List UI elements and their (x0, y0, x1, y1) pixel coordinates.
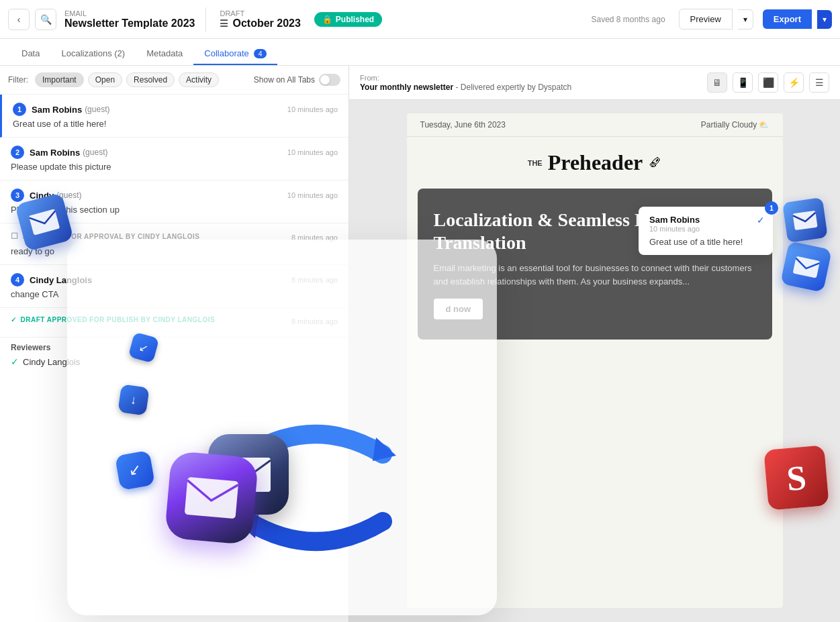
comment-role: (guest) (85, 105, 109, 114)
tab-metadata[interactable]: Metadata (136, 43, 193, 65)
comment-item[interactable]: 4 Cindy Langlois 8 minutes ago change CT… (0, 265, 348, 308)
left-panel: Filter: Important Open Resolved Activity… (0, 66, 349, 622)
toggle-knob (320, 75, 330, 85)
menu-button[interactable]: ☰ (809, 72, 829, 93)
email-frame: Tuesday, June 6th 2023 Partially Cloudy … (407, 113, 783, 608)
comment-text: Please update this picture (11, 162, 338, 172)
search-button[interactable]: 🔍 (35, 9, 56, 30)
comment-item[interactable]: 3 Cindy (guest) 10 minutes ago Please mo… (0, 180, 348, 223)
comment-number: 4 (11, 273, 24, 287)
mobile-view-button[interactable]: 📱 (733, 72, 753, 93)
submission-text: ready to go (11, 246, 338, 256)
view-mode-button[interactable]: ⬛ (758, 72, 778, 93)
comment-number: 3 (11, 189, 24, 202)
filter-label: Filter: (8, 75, 28, 85)
comment-author: Cindy (30, 191, 54, 201)
hero-body: Email marketing is an essential tool for… (434, 262, 756, 288)
tooltip-author: Sam Robins (649, 215, 762, 225)
from-sub: - Delivered expertly by Dyspatch (455, 83, 571, 92)
show-on-all-tabs-toggle[interactable] (319, 74, 340, 86)
comment-author: Sam Robins (32, 105, 82, 115)
tooltip-time: 10 minutes ago (649, 225, 762, 233)
desktop-view-button[interactable]: 🖥 (707, 72, 727, 93)
hero-cta-button[interactable]: d now (434, 299, 483, 319)
reviewer-name: Cindy Langlois (23, 357, 80, 367)
preview-toolbar: From: Your monthly newsletter - Delivere… (349, 66, 840, 100)
comment-time: 10 minutes ago (287, 191, 338, 199)
comment-role: (guest) (56, 191, 81, 200)
saved-text: Saved 8 months ago (592, 15, 665, 24)
comment-header: 3 Cindy (guest) 10 minutes ago (11, 189, 338, 202)
tab-data[interactable]: Data (11, 43, 50, 65)
comment-text: Please move this section up (11, 205, 338, 215)
draft-title: ☰ October 2023 (220, 17, 300, 30)
filter-bar: Filter: Important Open Resolved Activity… (0, 66, 348, 95)
filter-open[interactable]: Open (88, 72, 122, 87)
from-line: From: Your monthly newsletter - Delivere… (360, 73, 571, 92)
filter-resolved[interactable]: Resolved (126, 72, 175, 87)
comment-header: ☐ SUBMITTED FOR APPROVAL BY CINDY LANGLO… (11, 231, 338, 244)
draft-info: DRAFT ☰ October 2023 (220, 9, 300, 30)
email-title: Newsletter Template 2023 (64, 17, 195, 30)
bookmark-icon: ☐ (11, 231, 19, 241)
comment-header: 4 Cindy Langlois 8 minutes ago (11, 273, 338, 287)
comment-text: change CTA (11, 289, 338, 299)
comment-header: 2 Sam Robins (guest) 10 minutes ago (11, 146, 338, 159)
comment-role: (guest) (83, 148, 107, 157)
draft-icon: ☰ (220, 18, 228, 29)
draft-approved-header: ✓ DRAFT APPROVED FOR PUBLISH BY CINDY LA… (11, 316, 338, 326)
newspaper-icon: 🗞 (648, 155, 661, 170)
main-layout: Filter: Important Open Resolved Activity… (0, 66, 840, 622)
right-panel: From: Your monthly newsletter - Delivere… (349, 66, 840, 622)
tab-bar: Data Localizations (2) Metadata Collabor… (0, 39, 840, 66)
show-on-all-tabs: Show on All Tabs (254, 74, 340, 86)
top-bar: ‹ 🔍 EMAIL Newsletter Template 2023 DRAFT… (0, 0, 840, 39)
tooltip-num: 1 (765, 201, 778, 215)
filter-important[interactable]: Important (35, 72, 84, 87)
comment-time: 10 minutes ago (287, 105, 338, 113)
comment-number: 1 (13, 103, 26, 116)
comment-time: 8 minutes ago (291, 276, 338, 284)
check-icon: ✓ (11, 316, 17, 323)
submission-time: 8 minutes ago (291, 234, 338, 242)
filter-activity[interactable]: Activity (179, 72, 219, 87)
published-badge: 🔒 Published (314, 12, 382, 27)
export-button[interactable]: Export (763, 9, 812, 29)
reviewers-section: Reviewers ✓ Cindy Langlois (0, 338, 348, 375)
draft-approved-label: ✓ DRAFT APPROVED FOR PUBLISH BY CINDY LA… (11, 316, 215, 323)
lightning-button[interactable]: ⚡ (784, 72, 804, 93)
back-button[interactable]: ‹ (8, 9, 30, 30)
divider (205, 7, 206, 32)
preview-dropdown-button[interactable]: ▾ (738, 9, 753, 30)
comment-tooltip: 1 ✓ Sam Robins 10 minutes ago Great use … (639, 207, 773, 255)
reviewer-item: ✓ Cindy Langlois (11, 356, 338, 367)
email-brand-header: THE Preheader 🗞 (407, 137, 783, 189)
preview-icons: 🖥 📱 ⬛ ⚡ ☰ (707, 72, 829, 93)
from-label: From: (360, 74, 379, 82)
collaborate-badge: 4 (254, 49, 266, 58)
email-weather: Tuesday, June 6th 2023 Partially Cloudy … (407, 113, 783, 137)
email-content: Tuesday, June 6th 2023 Partially Cloudy … (349, 100, 840, 621)
weather-date: Tuesday, June 6th 2023 (420, 120, 506, 129)
tab-localizations[interactable]: Localizations (2) (50, 43, 136, 65)
comment-author: Sam Robins (30, 148, 80, 158)
comment-author: Cindy Langlois (30, 275, 92, 285)
from-name: Your monthly newsletter (360, 83, 453, 92)
submission-item: ☐ SUBMITTED FOR APPROVAL BY CINDY LANGLO… (0, 223, 348, 265)
comment-header: 1 Sam Robins (guest) 10 minutes ago (13, 103, 338, 116)
submission-label: ☐ SUBMITTED FOR APPROVAL BY CINDY LANGLO… (11, 231, 199, 241)
tooltip-text: Great use of a title here! (649, 237, 762, 247)
weather-condition: Partially Cloudy ⛅ (701, 120, 769, 129)
export-dropdown-button[interactable]: ▾ (817, 10, 832, 29)
tooltip-check-icon: ✓ (757, 215, 765, 225)
tab-collaborate[interactable]: Collaborate 4 (193, 43, 277, 65)
reviewers-title: Reviewers (11, 343, 338, 352)
email-info: EMAIL Newsletter Template 2023 (64, 9, 195, 30)
preview-button[interactable]: Preview (679, 9, 733, 30)
draft-label: DRAFT (220, 9, 300, 17)
comment-item[interactable]: 2 Sam Robins (guest) 10 minutes ago Plea… (0, 138, 348, 180)
comment-item[interactable]: 1 Sam Robins (guest) 10 minutes ago Grea… (0, 95, 348, 138)
comment-text: Great use of a title here! (13, 119, 338, 129)
lock-icon: 🔒 (322, 15, 332, 24)
draft-approved-time: 8 minutes ago (291, 317, 338, 325)
